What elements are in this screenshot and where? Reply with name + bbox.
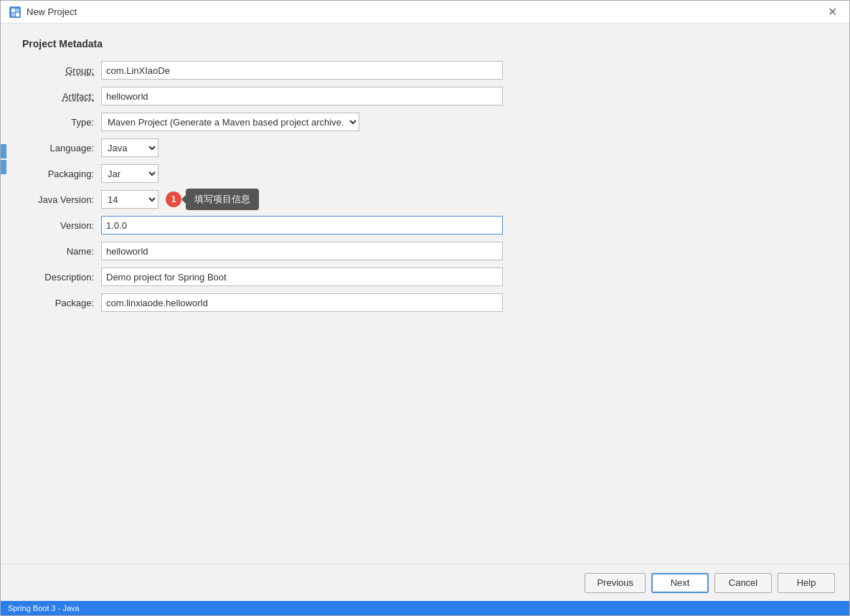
language-label: Language: bbox=[22, 143, 101, 153]
name-input[interactable] bbox=[101, 242, 503, 260]
dialog-title: New Project bbox=[27, 6, 77, 17]
section-title: Project Metadata bbox=[22, 38, 828, 49]
tooltip-container: 1 填写项目信息 bbox=[166, 191, 181, 207]
bottom-bar: Previous Next Cancel Help bbox=[1, 564, 849, 601]
group-label: Group: bbox=[22, 65, 101, 76]
package-row: Package: bbox=[22, 293, 828, 312]
java-version-label: Java Version: bbox=[22, 194, 101, 205]
language-select[interactable]: Java Kotlin Groovy bbox=[101, 138, 159, 157]
artifact-row: Artifact: bbox=[22, 87, 828, 105]
title-bar: New Project ✕ bbox=[1, 1, 849, 24]
status-text: Spring Boot 3 - Java bbox=[8, 604, 80, 612]
description-input[interactable] bbox=[101, 267, 503, 286]
java-version-row: Java Version: 8 11 14 16 1 填写项目信息 bbox=[22, 190, 828, 209]
version-label: Version: bbox=[22, 220, 101, 231]
new-project-dialog: New Project ✕ Project Metadata Group: Ar… bbox=[0, 0, 850, 616]
svg-rect-2 bbox=[11, 13, 15, 16]
svg-rect-3 bbox=[16, 13, 19, 16]
group-input[interactable] bbox=[101, 61, 503, 80]
type-label: Type: bbox=[22, 117, 101, 128]
help-button[interactable]: Help bbox=[778, 573, 835, 593]
dialog-content: Project Metadata Group: Artifact: Type: … bbox=[1, 24, 849, 564]
previous-button[interactable]: Previous bbox=[585, 573, 646, 593]
title-bar-left: New Project bbox=[9, 6, 77, 18]
packaging-label: Packaging: bbox=[22, 169, 101, 179]
svg-rect-0 bbox=[11, 9, 15, 12]
tooltip-badge[interactable]: 1 bbox=[166, 191, 181, 207]
type-row: Type: Maven Project (Generate a Maven ba… bbox=[22, 113, 828, 131]
version-input[interactable] bbox=[101, 216, 503, 234]
app-icon bbox=[9, 6, 21, 18]
package-label: Package: bbox=[22, 298, 101, 308]
language-row: Language: Java Kotlin Groovy bbox=[22, 138, 828, 157]
group-row: Group: bbox=[22, 61, 828, 80]
packaging-select[interactable]: Jar War bbox=[101, 164, 159, 183]
artifact-label: Artifact: bbox=[22, 91, 101, 102]
cancel-button[interactable]: Cancel bbox=[714, 573, 772, 593]
package-input[interactable] bbox=[101, 293, 503, 312]
name-row: Name: bbox=[22, 242, 828, 260]
artifact-input[interactable] bbox=[101, 87, 503, 105]
tooltip-text: 填写项目信息 bbox=[186, 189, 259, 210]
version-row: Version: bbox=[22, 216, 828, 234]
description-label: Description: bbox=[22, 272, 101, 283]
name-label: Name: bbox=[22, 246, 101, 257]
packaging-row: Packaging: Jar War bbox=[22, 164, 828, 183]
status-bar: Spring Boot 3 - Java bbox=[1, 601, 849, 615]
svg-rect-1 bbox=[16, 9, 19, 12]
close-button[interactable]: ✕ bbox=[823, 4, 841, 21]
next-button[interactable]: Next bbox=[651, 573, 709, 593]
description-row: Description: bbox=[22, 267, 828, 286]
java-version-select[interactable]: 8 11 14 16 bbox=[101, 190, 159, 209]
type-select[interactable]: Maven Project (Generate a Maven based pr… bbox=[101, 113, 359, 131]
